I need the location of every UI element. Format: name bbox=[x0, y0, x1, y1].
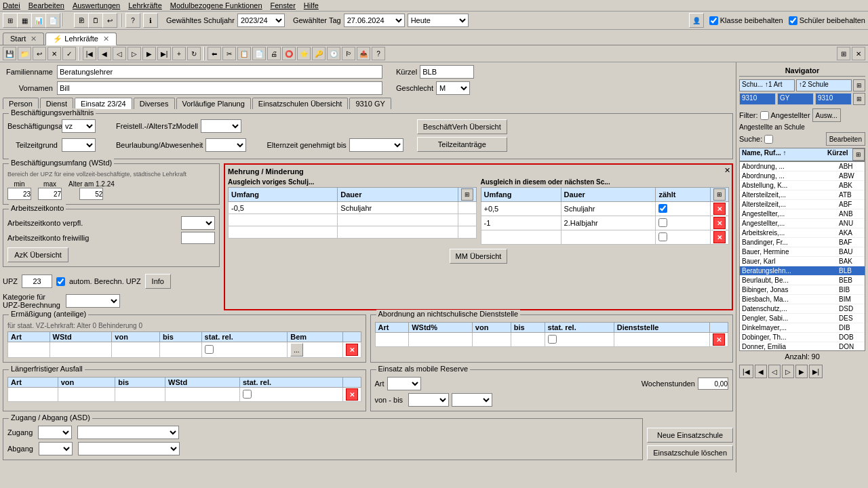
list-item[interactable]: Bibinger, Jonas BIB bbox=[740, 285, 865, 295]
info-button[interactable]: Info bbox=[145, 274, 171, 289]
nav-row-expand-btn[interactable]: ⊞ bbox=[853, 93, 865, 105]
beschart-select[interactable]: vz bbox=[62, 119, 96, 133]
bearbeiten-btn[interactable]: Bearbeiten bbox=[826, 132, 865, 146]
list-item[interactable]: Dobinger, Th... DOB bbox=[740, 333, 865, 342]
tb-info-icon[interactable]: ? bbox=[125, 13, 140, 28]
list-item[interactable]: Datenschutz,... DSD bbox=[740, 304, 865, 314]
list-item[interactable]: Abstellung, K... ABK bbox=[740, 181, 865, 190]
tag-select[interactable]: 27.06.2024 bbox=[344, 14, 405, 27]
tb2-nav-end[interactable]: ▶| bbox=[157, 47, 171, 60]
tab-einsatzschulen[interactable]: Einsatzschulen Übersicht bbox=[252, 98, 349, 109]
list-item[interactable]: Altersteilzeit,... ATB bbox=[740, 190, 865, 200]
tb2-expand[interactable]: ⊞ bbox=[837, 47, 850, 60]
tb-icon5[interactable]: 🖹 bbox=[74, 13, 89, 28]
tb-info2-icon[interactable]: ℹ bbox=[143, 13, 158, 28]
mm-close[interactable]: ✕ bbox=[724, 166, 730, 175]
tb2-nav-nexts[interactable]: ▷ bbox=[127, 47, 141, 60]
heute-select[interactable]: Heute bbox=[408, 14, 469, 27]
tab-diverses[interactable]: Diverses bbox=[134, 98, 175, 109]
zaehlt-checkbox-r3[interactable] bbox=[658, 232, 667, 241]
alter-input[interactable] bbox=[79, 188, 103, 200]
list-item[interactable]: Bauer, Karl BAK bbox=[740, 257, 865, 266]
tb2-flag[interactable]: 🏳 bbox=[342, 47, 355, 60]
list-item[interactable]: Donner, Emilia DON bbox=[740, 342, 865, 351]
tb2-cut[interactable]: ✂ bbox=[222, 47, 236, 60]
teilzeit-btn[interactable]: Teilzeitanträge bbox=[417, 137, 507, 152]
tb2-save2[interactable]: 📁 bbox=[18, 47, 31, 60]
zugang-select2[interactable] bbox=[77, 426, 179, 439]
suche-checkbox[interactable] bbox=[764, 135, 773, 144]
zugang-select[interactable] bbox=[38, 426, 72, 439]
tb-user-icon[interactable]: 👤 bbox=[689, 13, 704, 28]
min-input[interactable] bbox=[7, 188, 31, 200]
mobile-art-select[interactable] bbox=[387, 377, 421, 390]
klasse-checkbox[interactable] bbox=[709, 16, 718, 25]
nav-expand-btn[interactable]: ⊞ bbox=[853, 79, 865, 92]
tb2-circle[interactable]: ⭕ bbox=[282, 47, 296, 60]
tb2-nav-next[interactable]: ▶ bbox=[142, 47, 156, 60]
erm-del-btn[interactable]: ✕ bbox=[346, 344, 358, 356]
tb2-key[interactable]: 🔑 bbox=[312, 47, 326, 60]
list-item[interactable]: Dengler, Sabi... DES bbox=[740, 314, 865, 323]
wochenstunden-input[interactable] bbox=[698, 378, 728, 390]
erm-bem-btn[interactable]: ... bbox=[290, 343, 302, 357]
tb-icon7[interactable]: ↩ bbox=[102, 13, 117, 28]
tb2-save[interactable]: 💾 bbox=[3, 47, 16, 60]
delete-r1-btn[interactable]: ✕ bbox=[713, 203, 726, 215]
tab-person[interactable]: Person bbox=[3, 98, 39, 109]
list-item[interactable]: Angestellter,... ANB bbox=[740, 209, 865, 219]
tb2-help[interactable]: ? bbox=[372, 47, 385, 60]
nav-cell-9310[interactable]: 9310 bbox=[739, 93, 776, 105]
ab-del-btn[interactable]: ✕ bbox=[713, 333, 725, 346]
list-item[interactable]: Beurlaubt, Be... BEB bbox=[740, 276, 865, 285]
add-dies-btn[interactable]: ⊞ bbox=[713, 188, 726, 201]
menu-modulbezogen[interactable]: Modulbezogene Funktionen bbox=[170, 1, 262, 9]
delete-r3-btn[interactable]: ✕ bbox=[713, 231, 726, 243]
list-item-selected[interactable]: Beratungslehn... BLB bbox=[740, 266, 865, 276]
tb2-star[interactable]: ⭐ bbox=[297, 47, 311, 60]
nav-cell-9310b[interactable]: 9310 bbox=[815, 93, 852, 105]
aus-del-btn[interactable]: ✕ bbox=[346, 388, 358, 401]
list-item[interactable]: Bandinger, Fr... BAF bbox=[740, 238, 865, 247]
tb-grid-icon[interactable]: ⊞ bbox=[3, 13, 18, 28]
erm-stat-cb[interactable] bbox=[205, 345, 214, 354]
ab-stat-cb[interactable] bbox=[548, 335, 557, 344]
tab-9310[interactable]: 9310 GY bbox=[349, 98, 391, 109]
tab-lehrkraefte[interactable]: ⚡ Lehrkräfte ✕ bbox=[45, 33, 117, 45]
tb-doc-icon[interactable]: 📄 bbox=[45, 13, 60, 28]
freistell-select[interactable] bbox=[201, 119, 241, 133]
teilzeit-select[interactable] bbox=[62, 138, 96, 152]
tb2-paste[interactable]: 📄 bbox=[252, 47, 266, 60]
nav-first-btn[interactable]: |◀ bbox=[739, 365, 753, 378]
nav-cell-gy[interactable]: GY bbox=[777, 93, 814, 105]
abgang-select[interactable] bbox=[39, 442, 73, 455]
list-item[interactable]: Biesbach, Ma... BIM bbox=[740, 295, 865, 304]
familienname-input[interactable] bbox=[57, 65, 382, 79]
beschvert-btn[interactable]: BeschäftVerh Übersicht bbox=[417, 119, 507, 134]
tb2-refresh[interactable]: ↻ bbox=[187, 47, 201, 60]
list-item[interactable]: Arbeitskreis,... AKA bbox=[740, 228, 865, 238]
azk-freiw-input[interactable] bbox=[181, 232, 215, 244]
tab-lehrkraefte-close[interactable]: ✕ bbox=[103, 35, 109, 43]
tab-dienst[interactable]: Dienst bbox=[40, 98, 73, 109]
tb2-nav-start[interactable]: |◀ bbox=[83, 47, 96, 60]
angestellter-checkbox[interactable] bbox=[760, 111, 769, 120]
azk-btn[interactable]: AzK Übersicht bbox=[7, 247, 68, 262]
list-item[interactable]: Angestellter,... ANU bbox=[740, 219, 865, 228]
einsatzschule-loeschen-btn[interactable]: Einsatzschule löschen bbox=[647, 445, 733, 460]
delete-r2-btn[interactable]: ✕ bbox=[713, 217, 726, 229]
tb2-delete[interactable]: ✕ bbox=[47, 47, 61, 60]
geschlecht-select[interactable]: M bbox=[436, 81, 470, 95]
elternzeit-select[interactable] bbox=[349, 138, 403, 152]
tb2-print[interactable]: 🖨 bbox=[267, 47, 281, 60]
menu-bearbeiten[interactable]: Bearbeiten bbox=[28, 1, 64, 9]
menu-auswertungen[interactable]: Auswertungen bbox=[73, 1, 120, 9]
nav-prev-btn[interactable]: ◀ bbox=[755, 365, 767, 378]
von-select[interactable] bbox=[408, 393, 449, 407]
kategorie-select[interactable] bbox=[66, 294, 120, 308]
add-vor-btn[interactable]: ⊞ bbox=[461, 188, 473, 201]
mm-uebersicht-btn[interactable]: MM Übersicht bbox=[450, 249, 508, 264]
menu-hilfe[interactable]: Hilfe bbox=[304, 1, 319, 9]
tab-start[interactable]: Start ✕ bbox=[3, 33, 44, 45]
menu-fenster[interactable]: Fenster bbox=[271, 1, 296, 9]
